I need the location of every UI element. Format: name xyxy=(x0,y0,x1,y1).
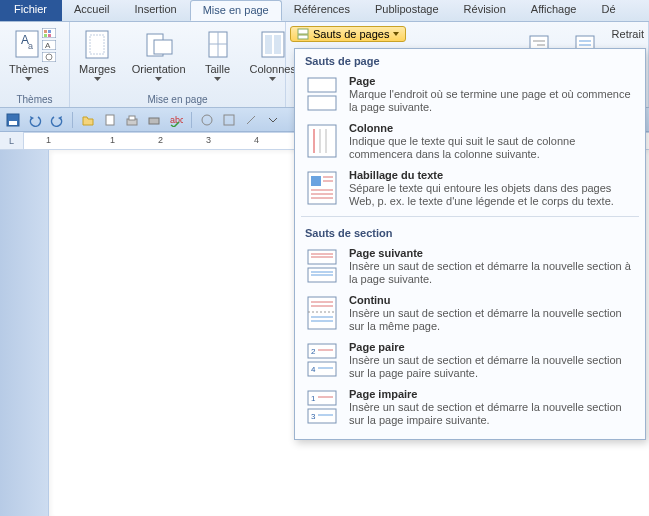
break-option-page[interactable]: Page Marque l'endroit où se termine une … xyxy=(295,71,645,118)
svg-rect-37 xyxy=(149,118,159,124)
even-page-icon: 24 xyxy=(305,341,339,379)
size-button[interactable]: Taille xyxy=(197,26,239,84)
chevron-down-icon xyxy=(393,32,399,36)
ribbon-tabs: Fichier Accueil Insertion Mise en page R… xyxy=(0,0,649,22)
svg-rect-7 xyxy=(48,34,51,37)
continuous-icon xyxy=(305,294,339,332)
qat-separator xyxy=(191,112,192,128)
qat-save-icon[interactable] xyxy=(4,111,22,129)
theme-fonts-icon[interactable]: A xyxy=(42,40,56,50)
text-wrapping-icon xyxy=(305,169,339,207)
chevron-down-icon xyxy=(25,77,32,81)
themes-icon: Aa xyxy=(13,29,45,61)
qat-extra-icon[interactable] xyxy=(242,111,260,129)
tab-dev[interactable]: Dé xyxy=(589,0,628,21)
odd-page-icon: 13 xyxy=(305,388,339,426)
qat-extra-icon[interactable] xyxy=(198,111,216,129)
tab-mailings[interactable]: Publipostage xyxy=(363,0,452,21)
svg-text:4: 4 xyxy=(311,365,316,374)
retrait-label: Retrait xyxy=(612,26,644,40)
ribbon-group-themes: Aa A Thèmes Thèmes xyxy=(0,22,70,107)
chevron-down-icon xyxy=(214,77,221,81)
ruler-mark: 2 xyxy=(158,135,163,145)
svg-rect-41 xyxy=(308,78,336,92)
ribbon-group-page-setup: Marges Orientation Taille Colonnes Mise … xyxy=(70,22,286,107)
ruler-mark: 1 xyxy=(46,135,51,145)
option-title: Colonne xyxy=(349,122,635,134)
columns-icon xyxy=(257,29,289,61)
theme-colors-icon[interactable] xyxy=(42,28,56,38)
next-page-icon xyxy=(305,247,339,285)
qat-extra-icon[interactable] xyxy=(220,111,238,129)
option-desc: Marque l'endroit où se termine une page … xyxy=(349,88,635,114)
margins-icon xyxy=(81,29,113,61)
chevron-down-icon xyxy=(269,77,276,81)
ruler-mark: 4 xyxy=(254,135,259,145)
section-break-even-page[interactable]: 24 Page paire Insère un saut de section … xyxy=(295,337,645,384)
left-gutter xyxy=(0,150,48,516)
svg-text:a: a xyxy=(28,41,33,51)
theme-effects-icon[interactable] xyxy=(42,52,56,62)
svg-point-39 xyxy=(202,115,212,125)
svg-rect-42 xyxy=(308,96,336,110)
tab-references[interactable]: Références xyxy=(282,0,363,21)
option-title: Continu xyxy=(349,294,635,306)
section-break-next-page[interactable]: Page suivante Insère un saut de section … xyxy=(295,243,645,290)
qat-separator xyxy=(72,112,73,128)
svg-rect-23 xyxy=(298,35,308,39)
orientation-button[interactable]: Orientation xyxy=(127,26,191,84)
group-label-themes: Thèmes xyxy=(4,93,65,107)
qat-new-icon[interactable] xyxy=(101,111,119,129)
qat-undo-icon[interactable] xyxy=(26,111,44,129)
tab-page-layout[interactable]: Mise en page xyxy=(190,0,282,21)
svg-rect-20 xyxy=(265,35,272,54)
svg-rect-5 xyxy=(48,30,51,33)
qat-dropdown-icon[interactable] xyxy=(264,111,282,129)
orientation-icon xyxy=(143,29,175,61)
option-desc: Insère un saut de section et démarre la … xyxy=(349,260,635,286)
svg-rect-33 xyxy=(9,121,17,125)
ruler-mark: 1 xyxy=(110,135,115,145)
group-label-page-setup: Mise en page xyxy=(74,93,281,107)
option-title: Page paire xyxy=(349,341,635,353)
option-desc: Sépare le texte qui entoure les objets d… xyxy=(349,182,635,208)
svg-rect-34 xyxy=(106,115,114,125)
qat-print-preview-icon[interactable] xyxy=(123,111,141,129)
svg-rect-36 xyxy=(129,116,135,120)
page-breaks-button[interactable]: Sauts de pages xyxy=(290,26,406,42)
tab-file[interactable]: Fichier xyxy=(0,0,62,21)
option-desc: Insère un saut de section et démarre la … xyxy=(349,307,635,333)
themes-button[interactable]: Aa A Thèmes xyxy=(4,26,54,84)
column-break-icon xyxy=(305,122,339,160)
option-title: Page impaire xyxy=(349,388,635,400)
ruler-corner[interactable]: L xyxy=(0,132,24,150)
orientation-label: Orientation xyxy=(132,63,186,75)
tab-review[interactable]: Révision xyxy=(452,0,519,21)
page-break-icon xyxy=(297,28,309,40)
ruler-mark: 3 xyxy=(206,135,211,145)
qat-quick-print-icon[interactable] xyxy=(145,111,163,129)
qat-redo-icon[interactable] xyxy=(48,111,66,129)
option-title: Habillage du texte xyxy=(349,169,635,181)
svg-rect-43 xyxy=(308,125,336,157)
margins-label: Marges xyxy=(79,63,116,75)
margins-button[interactable]: Marges xyxy=(74,26,121,84)
qat-open-icon[interactable] xyxy=(79,111,97,129)
tab-insert[interactable]: Insertion xyxy=(122,0,189,21)
svg-rect-15 xyxy=(154,40,172,54)
section-break-odd-page[interactable]: 13 Page impaire Insère un saut de sectio… xyxy=(295,384,645,431)
tab-home[interactable]: Accueil xyxy=(62,0,122,21)
svg-text:2: 2 xyxy=(311,347,316,356)
qat-spelling-icon[interactable]: abc xyxy=(167,111,185,129)
svg-rect-21 xyxy=(274,35,281,54)
break-option-text-wrapping[interactable]: Habillage du texte Sépare le texte qui e… xyxy=(295,165,645,212)
section-break-continuous[interactable]: Continu Insère un saut de section et dém… xyxy=(295,290,645,337)
break-option-column[interactable]: Colonne Indique que le texte qui suit le… xyxy=(295,118,645,165)
page-breaks-label: Sauts de pages xyxy=(313,28,389,40)
dropdown-separator xyxy=(301,216,639,217)
dropdown-section-header: Sauts de page xyxy=(295,49,645,71)
page-break-icon xyxy=(305,75,339,113)
tab-view[interactable]: Affichage xyxy=(519,0,590,21)
svg-text:3: 3 xyxy=(311,412,316,421)
page-breaks-dropdown: Sauts de page Page Marque l'endroit où s… xyxy=(294,48,646,440)
